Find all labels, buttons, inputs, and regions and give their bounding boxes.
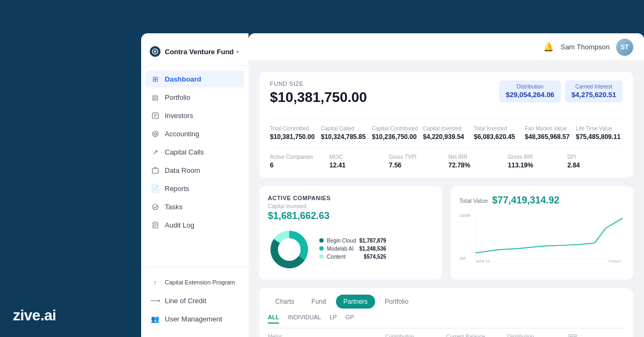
sidebar: Contra Venture Fund ▾ ⊞ Dashboard ▤ Port… xyxy=(141,33,248,337)
metric-item: Capital Called$10,324,785.85 xyxy=(321,126,368,141)
chart-legend: Begin Cloud$1,787,879Modelab AI$1,248,53… xyxy=(319,238,386,262)
tab-row: ChartsFundPartnersPortfolio xyxy=(268,295,625,309)
metric-item: MOIC12.41 xyxy=(330,154,385,169)
sidebar-item-user-management[interactable]: 👥 User Management xyxy=(145,310,244,327)
metric-item: Gross IRR113.19% xyxy=(508,154,563,169)
metric-item: Capital Invested$4,220,939.54 xyxy=(423,126,470,141)
sidebar-label-portfolio: Portfolio xyxy=(165,93,191,101)
sub-tab-row: ALLINDIVIDUALLPGP xyxy=(268,314,625,328)
sidebar-label-tasks: Tasks xyxy=(165,203,182,211)
sidebar-item-line-of-credit[interactable]: ⟶ Line of Credit xyxy=(145,292,244,309)
table-column-header: Contribution xyxy=(385,334,442,337)
sidebar-item-capital-calls[interactable]: ↗ Capital Calls xyxy=(145,143,244,160)
table-header-row: MetricContributionCurrent BalanceDistrib… xyxy=(268,334,625,337)
total-value-amount: $77,419,314.92 xyxy=(492,195,559,206)
sidebar-label-reports: Reports xyxy=(165,185,189,193)
donut-chart xyxy=(268,228,311,271)
investors-icon xyxy=(151,111,159,120)
main-content: FUND SIZE $10,381,750.00 Distribution $2… xyxy=(248,61,644,337)
sidebar-item-audit-log[interactable]: Audit Log xyxy=(145,216,244,233)
metric-item: DPI2.84 xyxy=(567,154,623,169)
sidebar-item-tasks[interactable]: Tasks xyxy=(145,198,244,215)
data-room-icon xyxy=(151,166,159,174)
svg-text:MAR 10: MAR 10 xyxy=(475,259,489,262)
metrics-grid-bottom: Active Companies6MOIC12.41Gross TVPI7.56… xyxy=(270,147,623,169)
sub-tab-all[interactable]: ALL xyxy=(268,314,279,324)
svg-point-17 xyxy=(278,238,301,261)
tab-charts[interactable]: Charts xyxy=(268,295,302,309)
sidebar-item-dashboard[interactable]: ⊞ Dashboard xyxy=(145,70,244,87)
top-bar: 🔔 Sam Thompson ST xyxy=(248,33,644,61)
svg-point-7 xyxy=(154,133,156,135)
chevron-down-icon: ▾ xyxy=(236,49,239,55)
capital-calls-icon: ↗ xyxy=(151,148,159,156)
sidebar-label-capital-calls: Capital Calls xyxy=(165,148,204,156)
sidebar-header[interactable]: Contra Venture Fund ▾ xyxy=(141,42,248,66)
donut-row: Begin Cloud$1,787,879Modelab AI$1,248,53… xyxy=(268,228,434,271)
sidebar-label-investors: Investors xyxy=(165,112,193,120)
metric-item: Total Invested$6,083,620.45 xyxy=(474,126,521,141)
fund-size-value: $10,381,750.00 xyxy=(270,89,367,106)
svg-rect-8 xyxy=(152,169,158,173)
table-column-header: Metric xyxy=(268,334,381,337)
legend-item: Begin Cloud$1,787,879 xyxy=(319,238,386,244)
tab-portfolio[interactable]: Portfolio xyxy=(377,295,416,309)
sidebar-item-accounting[interactable]: Accounting xyxy=(145,125,244,142)
metric-item: Gross TVPI7.56 xyxy=(389,154,444,169)
avatar: ST xyxy=(616,39,633,56)
sidebar-item-capital-extension[interactable]: ↑ Capital Extension Program xyxy=(145,274,244,291)
portfolio-icon: ▤ xyxy=(151,93,159,101)
distribution-label: Distribution xyxy=(506,84,554,90)
table-column-header: IRR xyxy=(568,334,625,337)
sidebar-label-dashboard: Dashboard xyxy=(165,75,201,83)
capital-invested-value: $1,681,662.63 xyxy=(268,210,434,222)
fund-name: Contra Venture Fund xyxy=(165,48,234,56)
capital-invested-label: Capital Invested xyxy=(268,203,434,209)
carried-interest-value: $4,275,620.51 xyxy=(572,91,616,99)
metric-item: Active Companies6 xyxy=(270,154,325,169)
sidebar-item-data-room[interactable]: Data Room xyxy=(145,162,244,179)
metric-item: Net IRR72.78% xyxy=(449,154,504,169)
fund-badges: Distribution $29,054,264.06 Carried Inte… xyxy=(499,80,623,102)
sidebar-label-accounting: Accounting xyxy=(165,130,199,138)
fund-size-info: FUND SIZE $10,381,750.00 xyxy=(270,80,367,112)
accounting-icon xyxy=(151,129,159,138)
sidebar-label-capital-extension: Capital Extension Program xyxy=(165,279,235,285)
carried-interest-label: Carried Interest xyxy=(572,84,616,90)
metric-item: Life Time Value$75,485,809.11 xyxy=(576,126,623,141)
sidebar-bottom: ↑ Capital Extension Program ⟶ Line of Cr… xyxy=(141,267,248,328)
svg-point-1 xyxy=(154,50,156,53)
tab-partners[interactable]: Partners xyxy=(336,295,375,309)
metric-item: Total Committed$10,381,750.00 xyxy=(270,126,317,141)
metric-item: Fair Market Value$48,365,968.57 xyxy=(525,126,572,141)
tab-fund[interactable]: Fund xyxy=(304,295,333,309)
app-container: zive.ai Contra Venture Fund ▾ ⊞ Dashboar… xyxy=(0,0,644,337)
table-column-header: Distribution xyxy=(507,334,564,337)
carried-interest-badge: Carried Interest $4,275,620.51 xyxy=(565,80,623,102)
sidebar-label-line-of-credit: Line of Credit xyxy=(165,297,206,305)
sub-tab-gp[interactable]: GP xyxy=(346,314,354,324)
active-companies-title: ACTIVE COMPANIES xyxy=(268,195,434,201)
sub-tab-lp[interactable]: LP xyxy=(330,314,336,324)
sidebar-item-reports[interactable]: 📄 Reports xyxy=(145,180,244,197)
sidebar-item-portfolio[interactable]: ▤ Portfolio xyxy=(145,89,244,106)
user-management-icon: 👥 xyxy=(151,314,159,323)
metrics-grid-top: Total Committed$10,381,750.00Capital Cal… xyxy=(270,119,623,141)
brand-logo: zive.ai xyxy=(13,307,56,324)
sub-tab-individual[interactable]: INDIVIDUAL xyxy=(288,314,321,324)
metric-item: Capital Contributed$10,236,750.00 xyxy=(372,126,419,141)
sidebar-item-investors[interactable]: Investors xyxy=(145,107,244,124)
top-bar-right: 🔔 Sam Thompson ST xyxy=(543,39,633,56)
main-panel: 🔔 Sam Thompson ST FUND SIZE $10,381,750.… xyxy=(248,33,644,337)
sidebar-label-data-room: Data Room xyxy=(165,166,200,174)
sidebar-label-audit-log: Audit Log xyxy=(165,221,194,229)
total-value-label: Total Value xyxy=(459,197,488,204)
reports-icon: 📄 xyxy=(151,184,159,193)
line-chart: 100M 1M MAR 10 TODAY xyxy=(459,210,625,264)
sidebar-logo-icon xyxy=(150,46,160,57)
capital-extension-icon: ↑ xyxy=(151,278,159,287)
fund-size-card: FUND SIZE $10,381,750.00 Distribution $2… xyxy=(259,72,633,178)
notification-bell-icon[interactable]: 🔔 xyxy=(543,42,554,52)
chart-header: Total Value $77,419,314.92 xyxy=(459,195,625,206)
table-column-header: Current Balance xyxy=(447,334,503,337)
